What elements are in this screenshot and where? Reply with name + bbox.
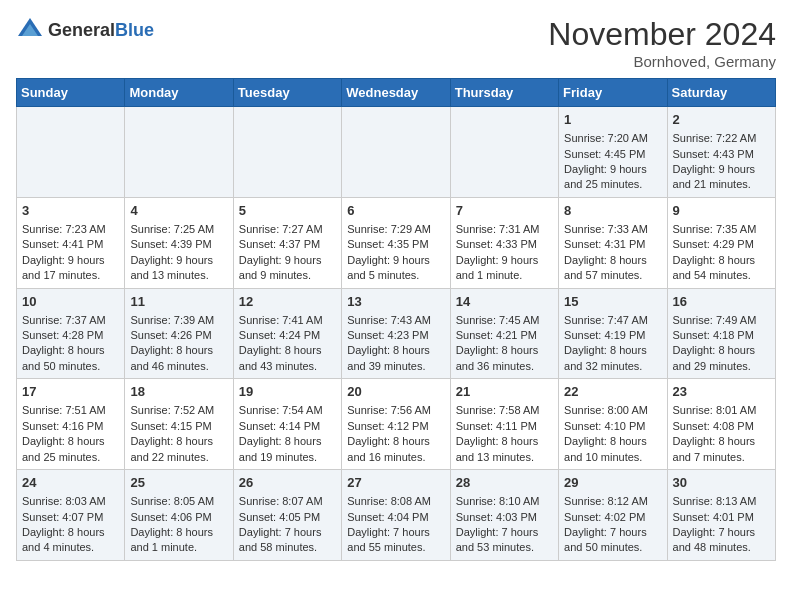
calendar-cell: 29Sunrise: 8:12 AMSunset: 4:02 PMDayligh…	[559, 470, 667, 561]
day-number: 21	[456, 383, 553, 401]
calendar-cell: 10Sunrise: 7:37 AMSunset: 4:28 PMDayligh…	[17, 288, 125, 379]
day-number: 26	[239, 474, 336, 492]
day-number: 8	[564, 202, 661, 220]
calendar-week-4: 24Sunrise: 8:03 AMSunset: 4:07 PMDayligh…	[17, 470, 776, 561]
calendar-cell: 16Sunrise: 7:49 AMSunset: 4:18 PMDayligh…	[667, 288, 775, 379]
cell-text: Sunset: 4:15 PM	[130, 419, 227, 434]
cell-text: Sunset: 4:11 PM	[456, 419, 553, 434]
calendar-cell: 5Sunrise: 7:27 AMSunset: 4:37 PMDaylight…	[233, 197, 341, 288]
calendar-table: SundayMondayTuesdayWednesdayThursdayFrid…	[16, 78, 776, 561]
day-number: 29	[564, 474, 661, 492]
calendar-week-0: 1Sunrise: 7:20 AMSunset: 4:45 PMDaylight…	[17, 107, 776, 198]
day-number: 13	[347, 293, 444, 311]
cell-text: Sunset: 4:33 PM	[456, 237, 553, 252]
day-number: 30	[673, 474, 770, 492]
cell-text: Daylight: 8 hours and 39 minutes.	[347, 343, 444, 374]
calendar-cell: 8Sunrise: 7:33 AMSunset: 4:31 PMDaylight…	[559, 197, 667, 288]
cell-text: Sunrise: 7:37 AM	[22, 313, 119, 328]
cell-text: Sunrise: 8:01 AM	[673, 403, 770, 418]
calendar-week-2: 10Sunrise: 7:37 AMSunset: 4:28 PMDayligh…	[17, 288, 776, 379]
cell-text: Daylight: 9 hours and 9 minutes.	[239, 253, 336, 284]
cell-text: Daylight: 8 hours and 7 minutes.	[673, 434, 770, 465]
cell-text: Sunrise: 7:22 AM	[673, 131, 770, 146]
calendar-cell: 25Sunrise: 8:05 AMSunset: 4:06 PMDayligh…	[125, 470, 233, 561]
calendar-cell: 21Sunrise: 7:58 AMSunset: 4:11 PMDayligh…	[450, 379, 558, 470]
calendar-cell: 28Sunrise: 8:10 AMSunset: 4:03 PMDayligh…	[450, 470, 558, 561]
cell-text: Daylight: 8 hours and 50 minutes.	[22, 343, 119, 374]
cell-text: Sunrise: 7:43 AM	[347, 313, 444, 328]
cell-text: Sunrise: 8:13 AM	[673, 494, 770, 509]
calendar-cell	[450, 107, 558, 198]
cell-text: Sunrise: 7:47 AM	[564, 313, 661, 328]
cell-text: Sunrise: 7:54 AM	[239, 403, 336, 418]
day-number: 12	[239, 293, 336, 311]
day-number: 15	[564, 293, 661, 311]
calendar-cell: 6Sunrise: 7:29 AMSunset: 4:35 PMDaylight…	[342, 197, 450, 288]
cell-text: Sunrise: 7:33 AM	[564, 222, 661, 237]
cell-text: Sunrise: 7:35 AM	[673, 222, 770, 237]
calendar-body: 1Sunrise: 7:20 AMSunset: 4:45 PMDaylight…	[17, 107, 776, 561]
cell-text: Sunset: 4:10 PM	[564, 419, 661, 434]
calendar-cell	[342, 107, 450, 198]
cell-text: Sunrise: 7:25 AM	[130, 222, 227, 237]
cell-text: Daylight: 9 hours and 17 minutes.	[22, 253, 119, 284]
cell-text: Daylight: 8 hours and 36 minutes.	[456, 343, 553, 374]
cell-text: Sunset: 4:07 PM	[22, 510, 119, 525]
calendar-cell: 22Sunrise: 8:00 AMSunset: 4:10 PMDayligh…	[559, 379, 667, 470]
day-number: 18	[130, 383, 227, 401]
header-cell-friday: Friday	[559, 79, 667, 107]
cell-text: Sunset: 4:29 PM	[673, 237, 770, 252]
day-number: 2	[673, 111, 770, 129]
calendar-cell: 30Sunrise: 8:13 AMSunset: 4:01 PMDayligh…	[667, 470, 775, 561]
cell-text: Daylight: 8 hours and 13 minutes.	[456, 434, 553, 465]
cell-text: Sunset: 4:19 PM	[564, 328, 661, 343]
cell-text: Daylight: 7 hours and 53 minutes.	[456, 525, 553, 556]
cell-text: Sunset: 4:31 PM	[564, 237, 661, 252]
calendar-cell: 20Sunrise: 7:56 AMSunset: 4:12 PMDayligh…	[342, 379, 450, 470]
location: Bornhoved, Germany	[548, 53, 776, 70]
cell-text: Sunrise: 8:03 AM	[22, 494, 119, 509]
cell-text: Sunrise: 8:08 AM	[347, 494, 444, 509]
cell-text: Daylight: 8 hours and 19 minutes.	[239, 434, 336, 465]
calendar-cell: 26Sunrise: 8:07 AMSunset: 4:05 PMDayligh…	[233, 470, 341, 561]
cell-text: Sunset: 4:18 PM	[673, 328, 770, 343]
calendar-week-1: 3Sunrise: 7:23 AMSunset: 4:41 PMDaylight…	[17, 197, 776, 288]
calendar-cell	[17, 107, 125, 198]
header-row: SundayMondayTuesdayWednesdayThursdayFrid…	[17, 79, 776, 107]
calendar-cell: 4Sunrise: 7:25 AMSunset: 4:39 PMDaylight…	[125, 197, 233, 288]
cell-text: Sunrise: 7:51 AM	[22, 403, 119, 418]
calendar-cell: 3Sunrise: 7:23 AMSunset: 4:41 PMDaylight…	[17, 197, 125, 288]
calendar-week-3: 17Sunrise: 7:51 AMSunset: 4:16 PMDayligh…	[17, 379, 776, 470]
calendar-cell: 27Sunrise: 8:08 AMSunset: 4:04 PMDayligh…	[342, 470, 450, 561]
cell-text: Sunset: 4:23 PM	[347, 328, 444, 343]
cell-text: Sunrise: 8:10 AM	[456, 494, 553, 509]
day-number: 11	[130, 293, 227, 311]
day-number: 23	[673, 383, 770, 401]
calendar-cell: 15Sunrise: 7:47 AMSunset: 4:19 PMDayligh…	[559, 288, 667, 379]
day-number: 25	[130, 474, 227, 492]
day-number: 10	[22, 293, 119, 311]
cell-text: Sunset: 4:16 PM	[22, 419, 119, 434]
cell-text: Sunrise: 7:45 AM	[456, 313, 553, 328]
calendar-cell: 24Sunrise: 8:03 AMSunset: 4:07 PMDayligh…	[17, 470, 125, 561]
day-number: 14	[456, 293, 553, 311]
header-cell-monday: Monday	[125, 79, 233, 107]
cell-text: Daylight: 8 hours and 32 minutes.	[564, 343, 661, 374]
logo-icon	[16, 16, 44, 44]
cell-text: Sunrise: 7:52 AM	[130, 403, 227, 418]
cell-text: Sunset: 4:43 PM	[673, 147, 770, 162]
cell-text: Daylight: 9 hours and 21 minutes.	[673, 162, 770, 193]
day-number: 4	[130, 202, 227, 220]
calendar-cell: 7Sunrise: 7:31 AMSunset: 4:33 PMDaylight…	[450, 197, 558, 288]
cell-text: Sunset: 4:05 PM	[239, 510, 336, 525]
cell-text: Daylight: 7 hours and 48 minutes.	[673, 525, 770, 556]
day-number: 17	[22, 383, 119, 401]
cell-text: Sunset: 4:39 PM	[130, 237, 227, 252]
calendar-cell: 14Sunrise: 7:45 AMSunset: 4:21 PMDayligh…	[450, 288, 558, 379]
cell-text: Sunset: 4:04 PM	[347, 510, 444, 525]
cell-text: Daylight: 8 hours and 22 minutes.	[130, 434, 227, 465]
logo-blue: Blue	[115, 20, 154, 40]
day-number: 5	[239, 202, 336, 220]
header-cell-tuesday: Tuesday	[233, 79, 341, 107]
header-cell-thursday: Thursday	[450, 79, 558, 107]
